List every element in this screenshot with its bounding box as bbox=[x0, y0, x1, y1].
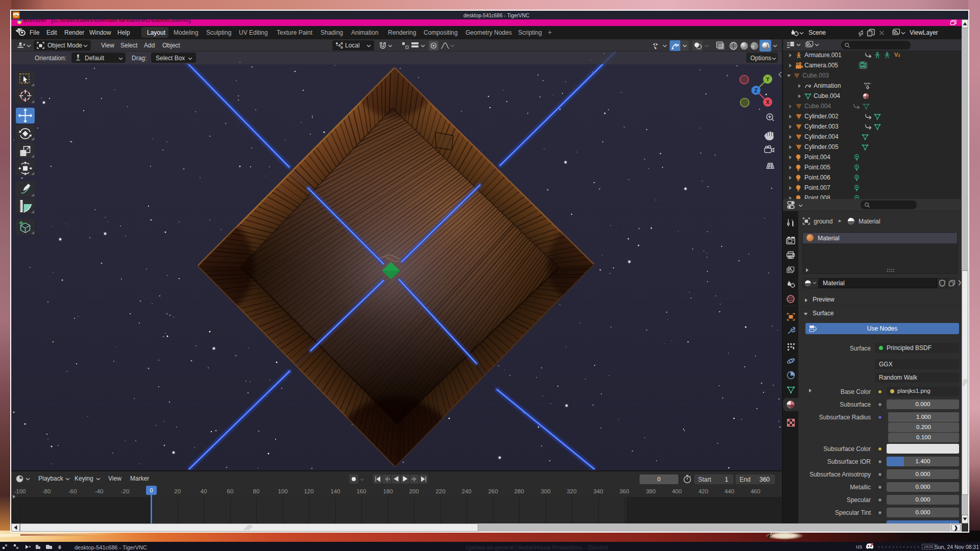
svg-text:X: X bbox=[766, 99, 770, 105]
svg-text:Y: Y bbox=[766, 77, 770, 82]
svg-text:Z: Z bbox=[754, 88, 757, 93]
